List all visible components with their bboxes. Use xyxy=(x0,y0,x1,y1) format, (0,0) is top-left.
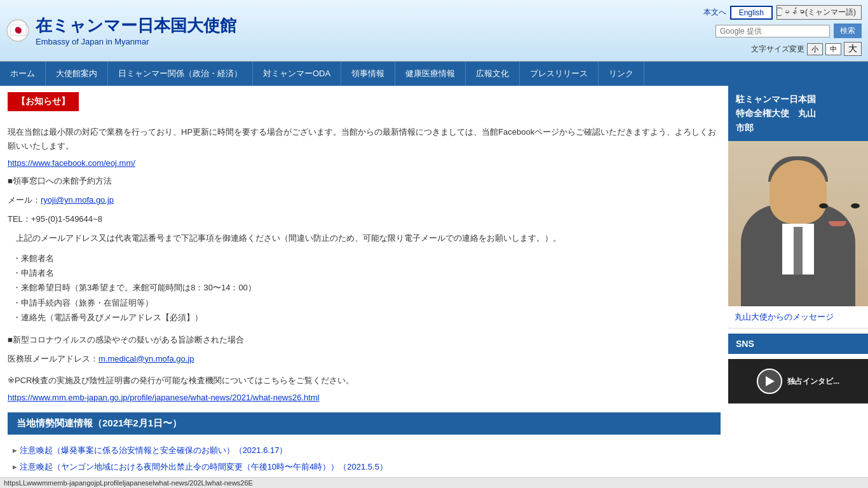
site-title-en: Embassy of Japan in Myanmar xyxy=(36,37,236,46)
info-text: 上記のメールアドレス又は代表電話番号まで下記事項を御連絡ください（間違い防止のた… xyxy=(8,231,721,245)
sidebar: 駐ミャンマー日本国 特命全権大使 丸山 市郎 丸山大使からのメッセージ SNS xyxy=(728,86,868,488)
mail-label: メール： xyxy=(8,195,41,205)
mail-row: メール：ryoji@yn.mofa.go.jp xyxy=(8,193,721,207)
flag-icon: 🇯🇵 xyxy=(6,19,29,42)
play-triangle-icon xyxy=(766,376,775,386)
portrait-eyes xyxy=(819,203,860,208)
corona-heading: ■新型コロナウイルスの感染やその疑いがある旨診断された場合 xyxy=(8,333,721,347)
ambassador-portrait xyxy=(728,141,868,306)
pcr-text: ※PCR検査の実施及び陰性証明書の発行が可能な検査機関についてはこちらをご覧くだ… xyxy=(8,374,721,388)
portrait-head xyxy=(770,160,827,224)
nav-oda[interactable]: 対ミャンマーODA xyxy=(253,62,341,86)
notice-banner: 【お知らせ】 xyxy=(8,92,79,111)
nav-links[interactable]: リンク xyxy=(599,62,644,86)
search-button[interactable]: 検索 xyxy=(834,24,862,38)
main-nav: ホーム 大使館案内 日ミャンマー関係（政治・経済） 対ミャンマーODA 領事情報… xyxy=(0,62,868,86)
site-title-jp: 在ミャンマー日本国大使館 xyxy=(36,15,236,37)
header-right: 本文へ English မြန်မာ(ミャンマー語) 検索 文字サイズ変更 小 … xyxy=(703,5,862,56)
local-link-1[interactable]: 注意喚起（爆発事案に係る治安情報と安全確保のお願い）（2021.6.17） xyxy=(13,442,715,459)
site-titles: 在ミャンマー日本国大使館 Embassy of Japan in Myanmar xyxy=(36,15,236,46)
nav-pr[interactable]: 広報文化 xyxy=(466,62,520,86)
ambassador-header: 駐ミャンマー日本国 特命全権大使 丸山 市郎 xyxy=(728,86,868,141)
notice-text: 現在当館は最小限の対応で業務を行っており、HP更新に時間を要する場合がございます… xyxy=(8,125,721,153)
local-info-header: 当地情勢関連情報（2021年2月1日〜） xyxy=(8,412,721,435)
nav-consular[interactable]: 領事情報 xyxy=(341,62,395,86)
sns-video-inner: 独占インタビ... xyxy=(757,369,839,394)
font-size-row: 文字サイズ変更 小 中 大 xyxy=(751,42,862,56)
tel-text: TEL：+95-(0)1-549644~8 xyxy=(8,212,721,226)
nav-health[interactable]: 健康医療情報 xyxy=(395,62,466,86)
sns-header: SNS xyxy=(728,334,868,354)
bullet-visitor: ・来館者名 xyxy=(13,251,721,266)
nav-relations[interactable]: 日ミャンマー関係（政治・経済） xyxy=(108,62,253,86)
medical-label: 医務班メールアドレス： xyxy=(8,354,98,363)
bullet-procedure: ・申請手続内容（旅券・在留証明等） xyxy=(13,295,721,310)
sns-video-placeholder[interactable]: 独占インタビ... xyxy=(728,359,868,403)
bullet-contact: ・連絡先（電話番号及びメールアドレス【必須】） xyxy=(13,310,721,325)
font-size-medium-button[interactable]: 中 xyxy=(825,43,841,55)
ambassador-message-link[interactable]: 丸山大使からのメッセージ xyxy=(728,306,868,329)
main-layout: 【お知らせ】 現在当館は最小限の対応で業務を行っており、HP更新に時間を要する場… xyxy=(0,86,868,488)
eye-left xyxy=(819,203,828,208)
font-size-label: 文字サイズ変更 xyxy=(751,44,804,55)
header-left: 🇯🇵 在ミャンマー日本国大使館 Embassy of Japan in Myan… xyxy=(6,15,236,46)
english-button[interactable]: English xyxy=(730,6,773,20)
portrait-mouth xyxy=(829,221,846,226)
sns-video-label: 独占インタビ... xyxy=(787,376,839,387)
medical-row: 医務班メールアドレス：m.medical@yn.mofa.go.jp xyxy=(8,352,721,366)
font-size-small-button[interactable]: 小 xyxy=(807,43,823,55)
nav-embassy-info[interactable]: 大使館案内 xyxy=(46,62,108,86)
search-row: 検索 xyxy=(715,24,862,38)
local-link-2[interactable]: 注意喚起（ヤンゴン地域における夜間外出禁止令の時間変更（午後10時〜午前4時））… xyxy=(13,459,715,475)
facebook-link[interactable]: https://www.facebook.com/eoj.mm/ xyxy=(8,158,135,168)
pcr-link[interactable]: https://www.mm.emb-japan.go.jp/profile/j… xyxy=(8,393,320,402)
honbun-link[interactable]: 本文へ xyxy=(703,7,726,18)
medical-link[interactable]: m.medical@yn.mofa.go.jp xyxy=(98,354,194,363)
search-input[interactable] xyxy=(715,25,830,37)
content-area: 【お知らせ】 現在当館は最小限の対応で業務を行っており、HP更新に時間を要する場… xyxy=(0,86,728,488)
play-circle-icon xyxy=(757,369,782,394)
nav-home[interactable]: ホーム xyxy=(0,62,46,86)
myanmar-button[interactable]: မြန်မာ(ミャンマー語) xyxy=(776,5,862,20)
bullet-date: ・来館希望日時（第3希望まで。来館可能時間は8：30〜14：00） xyxy=(13,280,721,295)
bullet-applicant: ・申請者名 xyxy=(13,266,721,280)
status-bar: httpsLLwwwmmemb-japangojpLprofileljapane… xyxy=(0,477,868,488)
mail-link[interactable]: ryoji@yn.mofa.go.jp xyxy=(41,195,114,205)
portrait-tie xyxy=(794,227,803,274)
eye-right xyxy=(851,203,860,208)
consulate-heading: ■領事窓口への来館予約方法 xyxy=(8,174,721,188)
nav-pressrelease[interactable]: プレスリリース xyxy=(520,62,599,86)
status-url: httpsLLwwwmmemb-japangojpLprofileljapane… xyxy=(4,479,253,487)
font-size-large-button[interactable]: 大 xyxy=(844,42,862,56)
lang-row: 本文へ English မြန်မာ(ミャンマー語) xyxy=(703,5,862,20)
